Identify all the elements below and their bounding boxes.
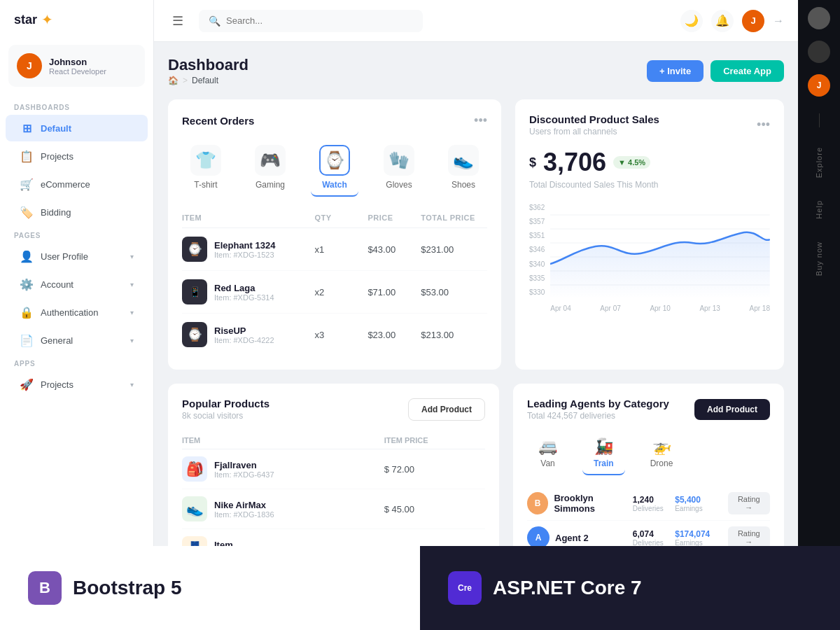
watch-icon: ⌚ [319, 145, 350, 176]
tab-gloves[interactable]: 🧤 Gloves [375, 139, 423, 197]
col-item-label: ITEM [182, 436, 384, 444]
avatar: J [17, 53, 42, 78]
breadcrumb: 🏠 > Default [168, 76, 248, 85]
tab-shoes[interactable]: 👟 Shoes [440, 139, 487, 197]
x-label: Apr 13 [699, 304, 720, 312]
sales-title: Discounted Product Sales [529, 113, 659, 125]
item-info: 📱 Red Laga Item: #XDG-5314 [182, 279, 315, 304]
invite-button[interactable]: + Invite [647, 60, 704, 82]
item-name: Elephant 1324 [214, 240, 275, 251]
item-price: $23.00 [368, 330, 421, 340]
logo-text: star [14, 13, 37, 27]
tab-watch[interactable]: ⌚ Watch [311, 139, 358, 197]
tab-train[interactable]: 🚂 Train [582, 432, 625, 475]
item-total: $213.00 [421, 330, 487, 340]
tab-van[interactable]: 🚐 Van [527, 432, 568, 475]
item-price: $43.00 [368, 244, 421, 255]
header-avatar[interactable]: J [742, 10, 764, 32]
logo: star ✦ [0, 0, 153, 39]
col-item: ITEM [182, 214, 315, 222]
buy-now-panel-item[interactable]: Buy now [811, 233, 827, 284]
item-icon: 📱 [182, 279, 207, 304]
agents-add-product-button[interactable]: Add Product [694, 399, 770, 420]
notifications-button[interactable]: 🔔 [711, 10, 734, 32]
product-price: $ 45.00 [384, 504, 485, 514]
agents-header: Leading Agents by Category Total 424,567… [527, 398, 770, 421]
page-header: Dashboard 🏠 > Default + Invite Create Ap… [168, 56, 784, 85]
x-label: Apr 10 [650, 304, 670, 312]
tab-van-label: Van [540, 458, 554, 468]
product-info: 🎒 Fjallraven Item: #XDG-6437 [182, 456, 384, 482]
item-sku: Item: #XDG-4222 [214, 336, 274, 344]
tshirt-icon: 👕 [190, 145, 221, 176]
sales-amount: $ 3,706 ▼ 4.5% [529, 148, 770, 177]
sidebar-toggle-button[interactable]: ☰ [168, 11, 188, 31]
sales-chart [550, 201, 770, 299]
y-label: $335 [529, 274, 545, 282]
tab-drone[interactable]: 🚁 Drone [639, 432, 685, 475]
promo-overlay: B Bootstrap 5 Cre ASP.NET Core 7 [0, 546, 840, 630]
product-icon: 👟 [182, 496, 207, 522]
header-arrow-icon[interactable]: → [773, 15, 784, 27]
sidebar-item-authentication[interactable]: 🔒 Authentication ▾ [6, 299, 148, 326]
tab-gloves-label: Gloves [386, 180, 412, 190]
product-row: 🎒 Fjallraven Item: #XDG-6437 $ 72.00 [182, 449, 485, 489]
logo-star: ✦ [41, 11, 53, 28]
header-icons: 🌙 🔔 J → [680, 10, 784, 32]
chevron-down-icon-4: ▾ [130, 337, 134, 344]
sidebar-item-authentication-label: Authentication [41, 307, 123, 318]
top-grid: Recent Orders ••• 👕 T-shirt 🎮 Gaming ⌚ [168, 99, 784, 370]
recent-orders-title: Recent Orders [182, 115, 254, 127]
sidebar-item-ecommerce[interactable]: 🛒 eCommerce [6, 171, 148, 197]
sidebar-item-projects-app-label: Projects [41, 379, 123, 390]
tab-tshirt[interactable]: 👕 T-shirt [182, 139, 230, 197]
search-icon: 🔍 [209, 15, 220, 27]
tab-gaming[interactable]: 🎮 Gaming [246, 139, 294, 197]
rating-button[interactable]: Rating → [728, 492, 770, 514]
sidebar-item-projects[interactable]: 📋 Projects [6, 143, 148, 169]
search-bar[interactable]: 🔍 [199, 10, 423, 32]
y-label: $351 [529, 232, 545, 239]
chevron-down-icon-5: ▾ [130, 381, 134, 388]
pages-section-title: PAGES [0, 226, 153, 242]
help-panel-item[interactable]: Help [811, 192, 827, 227]
van-icon: 🚐 [538, 438, 557, 456]
col-total: TOTAL PRICE [421, 214, 487, 222]
top-header: ☰ 🔍 🌙 🔔 J → [154, 0, 798, 42]
agents-title: Leading Agents by Category [527, 398, 669, 410]
col-price-label: ITEM PRICE [384, 436, 485, 444]
table-row: ⌚ Elephant 1324 Item: #XDG-1523 x1 $43.0… [182, 228, 487, 271]
y-label: $346 [529, 246, 545, 253]
create-app-button[interactable]: Create App [710, 60, 784, 82]
user-name: Johnson [49, 57, 106, 67]
item-qty: x2 [315, 287, 368, 298]
sidebar-item-default[interactable]: ⊞ Default [6, 115, 148, 141]
item-sku: Item: #XDG-5314 [214, 293, 274, 302]
sales-menu-icon[interactable]: ••• [757, 118, 770, 132]
sales-card-header: Discounted Product Sales Users from all … [529, 113, 770, 136]
right-panel: J Explore Help Buy now [798, 0, 840, 630]
card-menu-icon[interactable]: ••• [474, 113, 487, 128]
tab-shoes-label: Shoes [451, 180, 475, 190]
chevron-down-icon: ▾ [130, 253, 134, 260]
sidebar-item-account[interactable]: ⚙️ Account ▾ [6, 271, 148, 298]
theme-toggle-button[interactable]: 🌙 [680, 10, 703, 32]
item-icon: ⌚ [182, 322, 207, 347]
table-row: 📱 Red Laga Item: #XDG-5314 x2 $71.00 $53… [182, 271, 487, 314]
search-input[interactable] [226, 15, 413, 26]
x-label: Apr 18 [750, 304, 770, 312]
projects-icon: 📋 [20, 149, 34, 163]
sidebar-item-user-profile[interactable]: 👤 User Profile ▾ [6, 243, 148, 270]
item-name: RiseUP [214, 326, 274, 336]
sidebar-item-bidding[interactable]: 🏷️ Bidding [6, 199, 148, 225]
bootstrap-title: Bootstrap 5 [73, 577, 182, 599]
sidebar-item-general[interactable]: 📄 General ▾ [6, 327, 148, 354]
table-row: ⌚ RiseUP Item: #XDG-4222 x3 $23.00 $213.… [182, 314, 487, 356]
agents-subtitle: Total 424,567 deliveries [527, 411, 669, 421]
account-icon: ⚙️ [20, 277, 34, 291]
add-product-button[interactable]: Add Product [408, 398, 485, 421]
agent-name: Agent 2 [555, 533, 589, 543]
sidebar-item-projects-app[interactable]: 🚀 Projects ▾ [6, 371, 148, 398]
product-name: Fjallraven [214, 460, 274, 470]
explore-panel-item[interactable]: Explore [811, 139, 827, 186]
